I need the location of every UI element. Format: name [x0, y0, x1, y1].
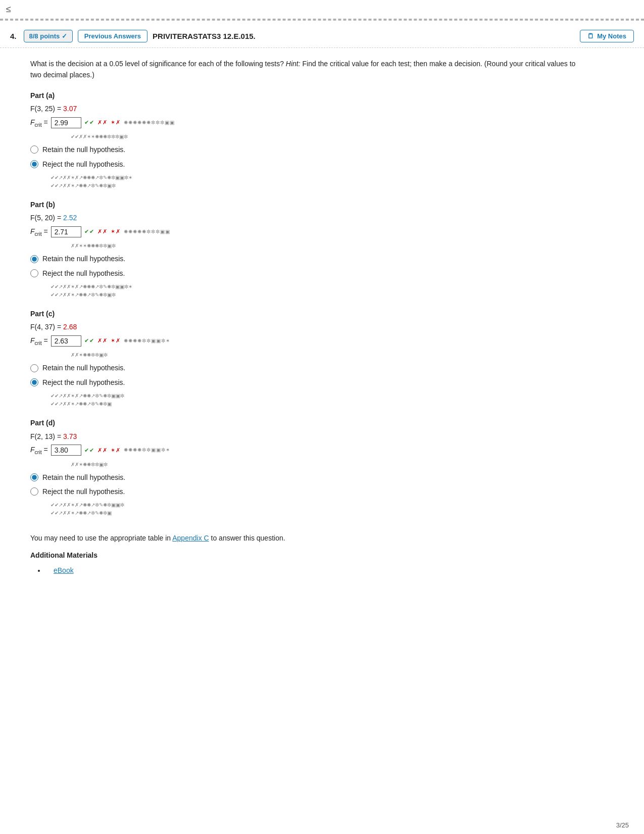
part-a-feedback-icons: ✔✔↗✗✗✶✗↗✺✺✺↗✼✎✺✼▣▣✼✶ ✔✔↗✗✗✶↗✺✺↗✼✎✺✼▣✼ — [51, 174, 586, 190]
part-b-retain-label: Retain the null hypothesis. — [42, 253, 125, 264]
part-c-fcrit-row: Fcrit = ✔✔ ✗✗ ✶✗ ✺✺✺✺✼✼▣▣✼✶ — [30, 335, 586, 348]
part-c-deco-icons-3: ✶✗ — [111, 336, 121, 346]
part-d-f-stat: F(2, 13) = 3.73 — [30, 431, 586, 442]
part-c-f-stat: F(4, 37) = 2.68 — [30, 321, 586, 332]
part-a-deco-icons-2: ✗✗ — [97, 118, 108, 127]
my-notes-label: My Notes — [597, 32, 626, 40]
part-a-option-retain[interactable]: Retain the null hypothesis. — [30, 144, 586, 155]
part-d-reject-label: Reject the null hypothesis. — [42, 486, 125, 497]
part-a-deco-row2: ✔✔✗✗✶✶✺✺✺✼✼✼▣✼ — [71, 133, 586, 141]
part-c: Part (c) F(4, 37) = 2.68 Fcrit = ✔✔ ✗✗ ✶… — [30, 308, 586, 408]
part-b-radio-reject[interactable] — [30, 269, 38, 277]
part-d-deco-icons-4: ✺✺✺✺✼✼▣▣✼✶ — [124, 446, 170, 454]
part-d-fcrit-input[interactable] — [51, 445, 81, 456]
part-c-reject-label: Reject the null hypothesis. — [42, 377, 125, 388]
part-d-radio-retain[interactable] — [30, 473, 38, 481]
part-d-deco-icons-1: ✔✔ — [84, 446, 94, 455]
nav-icon: ≤ — [0, 1, 17, 17]
part-b: Part (b) F(5, 20) = 2.52 Fcrit = ✔✔ ✗✗ ✶… — [30, 199, 586, 299]
part-b-deco-icons-2: ✗✗ — [97, 227, 108, 236]
points-check: ✓ — [62, 32, 67, 40]
part-b-deco-icons-4: ✺✺✺✺✺✼✼✼▣▣ — [124, 228, 170, 236]
part-b-deco-icons-3: ✶✗ — [111, 227, 121, 236]
part-c-deco-icons-1: ✔✔ — [84, 336, 94, 346]
part-a-radio-retain[interactable] — [30, 145, 38, 154]
part-a-option-reject[interactable]: Reject the null hypothesis. — [30, 159, 586, 170]
question-title: PRIVITERASTATS3 12.E.015. — [153, 32, 575, 40]
part-a-retain-label: Retain the null hypothesis. — [42, 144, 125, 155]
part-a-f-value: 3.07 — [63, 105, 77, 113]
question-number: 4. — [10, 32, 17, 40]
part-a-reject-label: Reject the null hypothesis. — [42, 159, 125, 170]
hint-label: Hint: — [286, 60, 301, 68]
part-c-radio-retain[interactable] — [30, 364, 38, 372]
part-a-f-stat: F(3, 25) = 3.07 — [30, 103, 586, 114]
part-c-feedback-icons: ✔✔↗✗✗✶✗↗✺✺↗✼✎✺✼▣▣✼ ✔✔↗✗✗✶↗✺✺↗✼✎✺✼▣ — [51, 392, 586, 408]
part-d-retain-label: Retain the null hypothesis. — [42, 472, 125, 483]
part-b-f-stat: F(5, 20) = 2.52 — [30, 212, 586, 223]
part-d: Part (d) F(2, 13) = 3.73 Fcrit = ✔✔ ✗✗ ✶… — [30, 417, 586, 517]
part-a-deco-icons-3: ✶✗ — [111, 118, 121, 127]
part-a-fcrit-input[interactable] — [51, 117, 81, 128]
list-item: eBook — [45, 565, 624, 577]
points-badge[interactable]: 8/8 points ✓ — [24, 30, 73, 42]
part-d-deco-icons-2: ✗✗ — [97, 446, 108, 455]
ebook-link[interactable]: eBook — [54, 566, 74, 574]
part-a-radio-reject[interactable] — [30, 160, 38, 168]
part-b-fcrit-input[interactable] — [51, 226, 81, 237]
part-b-deco-icons-1: ✔✔ — [84, 227, 94, 236]
part-d-deco-row2: ✗✗✶✺✺✼✼▣✼ — [71, 461, 586, 469]
part-c-option-reject[interactable]: Reject the null hypothesis. — [30, 377, 586, 388]
part-d-feedback-icons: ✔✔↗✗✗✶✗↗✺✺↗✼✎✺✼▣▣✼ ✔✔↗✗✗✶↗✺✺↗✼✎✺✼▣ — [51, 501, 586, 517]
part-d-option-retain[interactable]: Retain the null hypothesis. — [30, 472, 586, 483]
page-number: 3/25 — [616, 821, 629, 829]
part-d-fcrit-row: Fcrit = ✔✔ ✗✗ ✶✗ ✺✺✺✺✼✼▣▣✼✶ — [30, 444, 586, 457]
part-b-reject-label: Reject the null hypothesis. — [42, 268, 125, 279]
additional-materials-label: Additional Materials — [30, 550, 624, 562]
question-header-row: 4. 8/8 points ✓ Previous Answers PRIVITE… — [0, 21, 644, 48]
previous-answers-button[interactable]: Previous Answers — [78, 30, 147, 42]
part-c-deco-icons-4: ✺✺✺✺✼✼▣▣✼✶ — [124, 337, 170, 345]
top-bar: ≤ — [0, 0, 644, 20]
footnote-text: You may need to use the appropriate tabl… — [30, 532, 624, 545]
question-text: What is the decision at a 0.05 level of … — [30, 58, 586, 81]
part-d-radio-reject[interactable] — [30, 487, 38, 496]
footnote-area: You may need to use the appropriate tabl… — [0, 522, 644, 581]
part-d-label: Part (d) — [30, 417, 586, 428]
part-c-label: Part (c) — [30, 308, 586, 319]
question-body: What is the decision at a 0.05 level of … — [0, 48, 606, 522]
part-c-deco-row2: ✗✗✶✺✺✼✼▣✼ — [71, 351, 586, 359]
part-b-fcrit-row: Fcrit = ✔✔ ✗✗ ✶✗ ✺✺✺✺✺✼✼✼▣▣ — [30, 226, 586, 238]
part-a-fcrit-row: Fcrit = ✔✔ ✗✗ ✶✗ ✺✺✺✺✺✺✼✼✼▣▣ — [30, 117, 586, 129]
appendix-c-link[interactable]: Appendix C — [172, 534, 209, 542]
part-a-deco-icons-1: ✔✔ — [84, 118, 94, 127]
part-a: Part (a) F(3, 25) = 3.07 Fcrit = ✔✔ ✗✗ ✶… — [30, 90, 586, 190]
part-d-option-reject[interactable]: Reject the null hypothesis. — [30, 486, 586, 497]
part-b-option-reject[interactable]: Reject the null hypothesis. — [30, 268, 586, 279]
part-c-fcrit-input[interactable] — [51, 335, 81, 347]
part-c-f-value: 2.68 — [63, 323, 77, 331]
part-a-label: Part (a) — [30, 90, 586, 101]
part-c-deco-icons-2: ✗✗ — [97, 336, 108, 346]
part-b-label: Part (b) — [30, 199, 586, 210]
part-c-option-retain[interactable]: Retain the null hypothesis. — [30, 362, 586, 373]
part-c-radio-reject[interactable] — [30, 378, 38, 386]
part-b-radio-retain[interactable] — [30, 255, 38, 263]
part-d-f-value: 3.73 — [63, 432, 77, 440]
part-b-option-retain[interactable]: Retain the null hypothesis. — [30, 253, 586, 264]
part-c-retain-label: Retain the null hypothesis. — [42, 362, 125, 373]
part-b-deco-row2: ✗✗✶✶✺✺✺✼✼▣✼ — [71, 242, 586, 250]
part-a-deco-icons-4: ✺✺✺✺✺✺✼✼✼▣▣ — [124, 119, 175, 127]
materials-list: eBook — [30, 565, 624, 577]
part-b-feedback-icons: ✔✔↗✗✗✶✗↗✺✺✺↗✼✎✺✼▣▣✼✶ ✔✔↗✗✗✶↗✺✺↗✼✎✺✼▣✼ — [51, 283, 586, 299]
my-notes-button[interactable]: 🗒 My Notes — [580, 30, 634, 42]
points-label: 8/8 points — [29, 32, 60, 40]
part-b-f-value: 2.52 — [63, 214, 77, 222]
document-icon: 🗒 — [587, 32, 594, 40]
part-d-deco-icons-3: ✶✗ — [111, 446, 121, 455]
